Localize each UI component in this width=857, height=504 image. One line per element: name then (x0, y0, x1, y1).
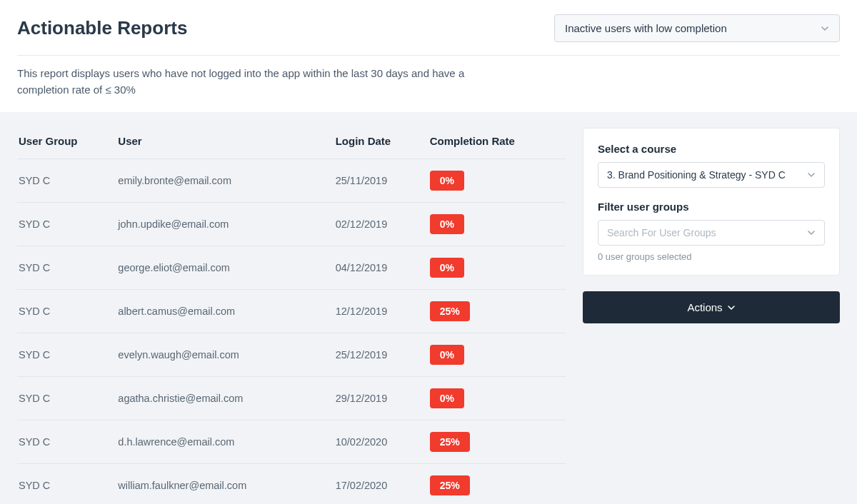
table-row[interactable]: SYD Cwilliam.faulkner@email.com17/02/202… (17, 464, 566, 505)
chevron-down-icon (807, 171, 816, 179)
col-login-date[interactable]: Login Date (334, 128, 428, 159)
cell-completion: 0% (428, 333, 566, 377)
cell-user-group: SYD C (17, 203, 116, 246)
report-description: This report displays users who have not … (17, 66, 488, 98)
completion-badge: 0% (430, 171, 464, 191)
table-row[interactable]: SYD Cagatha.christie@email.com29/12/2019… (17, 377, 566, 420)
cell-user-group: SYD C (17, 464, 116, 505)
cell-login-date: 25/11/2019 (334, 159, 428, 203)
course-select[interactable]: 3. Brand Positioning & Strategy - SYD C (598, 162, 825, 188)
cell-user: george.eliot@email.com (116, 246, 334, 290)
table-row[interactable]: SYD Cevelyn.waugh@email.com25/12/20190% (17, 333, 566, 377)
cell-user: john.updike@email.com (116, 203, 334, 246)
course-label: Select a course (598, 143, 825, 155)
cell-user: albert.camus@email.com (116, 290, 334, 333)
completion-badge: 0% (430, 345, 464, 365)
table-row[interactable]: SYD Cjohn.updike@email.com02/12/20190% (17, 203, 566, 246)
page-title: Actionable Reports (17, 17, 187, 39)
cell-user-group: SYD C (17, 246, 116, 290)
cell-user: d.h.lawrence@email.com (116, 420, 334, 464)
completion-badge: 0% (430, 258, 464, 278)
cell-user: william.faulkner@email.com (116, 464, 334, 505)
cell-completion: 25% (428, 290, 566, 333)
report-type-select[interactable]: Inactive users with low completion (554, 14, 840, 42)
completion-badge: 0% (430, 214, 464, 234)
user-groups-select[interactable]: Search For User Groups (598, 220, 825, 246)
divider (17, 55, 840, 56)
cell-login-date: 25/12/2019 (334, 333, 428, 377)
cell-completion: 0% (428, 246, 566, 290)
cell-login-date: 12/12/2019 (334, 290, 428, 333)
cell-completion: 25% (428, 464, 566, 505)
groups-label: Filter user groups (598, 201, 825, 213)
course-value: 3. Brand Positioning & Strategy - SYD C (607, 169, 786, 181)
cell-completion: 0% (428, 377, 566, 420)
chevron-down-icon (807, 228, 816, 237)
col-user-group[interactable]: User Group (17, 128, 116, 159)
filters-card: Select a course 3. Brand Positioning & S… (583, 128, 840, 276)
cell-user-group: SYD C (17, 377, 116, 420)
cell-user: evelyn.waugh@email.com (116, 333, 334, 377)
table-row[interactable]: SYD Cd.h.lawrence@email.com10/02/202025% (17, 420, 566, 464)
cell-user: emily.bronte@email.com (116, 159, 334, 203)
cell-login-date: 04/12/2019 (334, 246, 428, 290)
cell-user: agatha.christie@email.com (116, 377, 334, 420)
completion-badge: 25% (430, 301, 470, 321)
cell-completion: 0% (428, 159, 566, 203)
cell-completion: 0% (428, 203, 566, 246)
chevron-down-icon (727, 303, 736, 312)
actions-label: Actions (687, 301, 722, 313)
col-user[interactable]: User (116, 128, 334, 159)
completion-badge: 25% (430, 475, 470, 495)
cell-user-group: SYD C (17, 159, 116, 203)
cell-login-date: 29/12/2019 (334, 377, 428, 420)
report-type-value: Inactive users with low completion (565, 22, 727, 34)
completion-badge: 25% (430, 432, 470, 452)
table-row[interactable]: SYD Cgeorge.eliot@email.com04/12/20190% (17, 246, 566, 290)
cell-user-group: SYD C (17, 420, 116, 464)
user-groups-placeholder: Search For User Groups (607, 227, 716, 238)
cell-login-date: 17/02/2020 (334, 464, 428, 505)
user-groups-helper: 0 user groups selected (598, 251, 825, 262)
table-row[interactable]: SYD Cemily.bronte@email.com25/11/20190% (17, 159, 566, 203)
report-table: User Group User Login Date Completion Ra… (17, 128, 566, 504)
col-completion-rate[interactable]: Completion Rate (428, 128, 566, 159)
actions-button[interactable]: Actions (583, 291, 840, 323)
completion-badge: 0% (430, 388, 464, 408)
cell-user-group: SYD C (17, 290, 116, 333)
table-row[interactable]: SYD Calbert.camus@email.com12/12/201925% (17, 290, 566, 333)
chevron-down-icon (821, 24, 829, 33)
cell-completion: 25% (428, 420, 566, 464)
cell-login-date: 02/12/2019 (334, 203, 428, 246)
cell-login-date: 10/02/2020 (334, 420, 428, 464)
cell-user-group: SYD C (17, 333, 116, 377)
